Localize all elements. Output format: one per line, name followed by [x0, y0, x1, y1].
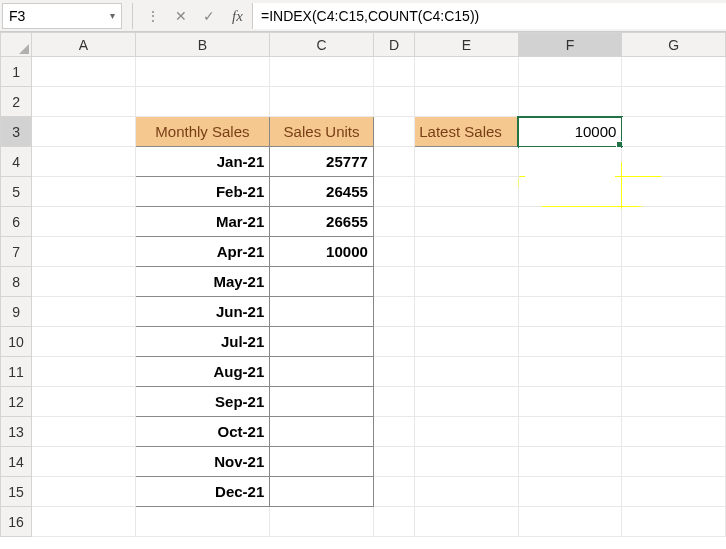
cell-E7[interactable] — [415, 237, 519, 267]
cell-B10[interactable]: Jul-21 — [135, 327, 270, 357]
cell-B13[interactable]: Oct-21 — [135, 417, 270, 447]
cell-A11[interactable] — [32, 357, 136, 387]
cell-D10[interactable] — [373, 327, 414, 357]
cell-A9[interactable] — [32, 297, 136, 327]
cell-F8[interactable] — [518, 267, 622, 297]
cell-E13[interactable] — [415, 417, 519, 447]
col-header-F[interactable]: F — [518, 33, 622, 57]
cell-A1[interactable] — [32, 57, 136, 87]
cell-A8[interactable] — [32, 267, 136, 297]
cell-A12[interactable] — [32, 387, 136, 417]
cell-C11[interactable] — [270, 357, 374, 387]
cell-G13[interactable] — [622, 417, 726, 447]
row-header-14[interactable]: 14 — [1, 447, 32, 477]
cell-C3[interactable]: Sales Units — [270, 117, 374, 147]
cell-A2[interactable] — [32, 87, 136, 117]
col-header-D[interactable]: D — [373, 33, 414, 57]
row-header-8[interactable]: 8 — [1, 267, 32, 297]
cell-A16[interactable] — [32, 507, 136, 537]
select-all-corner[interactable] — [1, 33, 32, 57]
formula-input[interactable] — [253, 3, 726, 29]
cell-B2[interactable] — [135, 87, 270, 117]
cell-E15[interactable] — [415, 477, 519, 507]
col-header-B[interactable]: B — [135, 33, 270, 57]
cell-E3[interactable]: Latest Sales — [415, 117, 519, 147]
expand-icon[interactable]: ⋮ — [141, 4, 165, 28]
cell-B12[interactable]: Sep-21 — [135, 387, 270, 417]
cell-E9[interactable] — [415, 297, 519, 327]
cell-C12[interactable] — [270, 387, 374, 417]
cell-E14[interactable] — [415, 447, 519, 477]
col-header-A[interactable]: A — [32, 33, 136, 57]
cell-F5[interactable] — [518, 177, 622, 207]
row-header-12[interactable]: 12 — [1, 387, 32, 417]
cell-A7[interactable] — [32, 237, 136, 267]
cell-D6[interactable] — [373, 207, 414, 237]
cell-G1[interactable] — [622, 57, 726, 87]
cell-B7[interactable]: Apr-21 — [135, 237, 270, 267]
cell-F15[interactable] — [518, 477, 622, 507]
cell-E12[interactable] — [415, 387, 519, 417]
cell-G6[interactable] — [622, 207, 726, 237]
spreadsheet-grid[interactable]: A B C D E F G 1 2 3 Monthly Sales Sales … — [0, 32, 726, 537]
cell-F14[interactable] — [518, 447, 622, 477]
cell-F12[interactable] — [518, 387, 622, 417]
cell-G7[interactable] — [622, 237, 726, 267]
cell-D8[interactable] — [373, 267, 414, 297]
cell-C15[interactable] — [270, 477, 374, 507]
cell-B14[interactable]: Nov-21 — [135, 447, 270, 477]
cell-A14[interactable] — [32, 447, 136, 477]
cell-E5[interactable] — [415, 177, 519, 207]
cell-D15[interactable] — [373, 477, 414, 507]
row-header-7[interactable]: 7 — [1, 237, 32, 267]
cell-D13[interactable] — [373, 417, 414, 447]
row-header-10[interactable]: 10 — [1, 327, 32, 357]
cell-D11[interactable] — [373, 357, 414, 387]
cell-G10[interactable] — [622, 327, 726, 357]
cell-E11[interactable] — [415, 357, 519, 387]
row-header-5[interactable]: 5 — [1, 177, 32, 207]
cell-A5[interactable] — [32, 177, 136, 207]
cell-E8[interactable] — [415, 267, 519, 297]
fx-icon[interactable]: fx — [223, 3, 253, 29]
row-header-13[interactable]: 13 — [1, 417, 32, 447]
cell-A3[interactable] — [32, 117, 136, 147]
cell-B5[interactable]: Feb-21 — [135, 177, 270, 207]
cell-C16[interactable] — [270, 507, 374, 537]
cell-E6[interactable] — [415, 207, 519, 237]
cell-F1[interactable] — [518, 57, 622, 87]
cell-G2[interactable] — [622, 87, 726, 117]
cell-G8[interactable] — [622, 267, 726, 297]
cell-B3[interactable]: Monthly Sales — [135, 117, 270, 147]
col-header-G[interactable]: G — [622, 33, 726, 57]
confirm-icon[interactable]: ✓ — [197, 4, 221, 28]
cell-C6[interactable]: 26655 — [270, 207, 374, 237]
cell-C5[interactable]: 26455 — [270, 177, 374, 207]
cell-A13[interactable] — [32, 417, 136, 447]
cell-G12[interactable] — [622, 387, 726, 417]
cell-D12[interactable] — [373, 387, 414, 417]
row-header-3[interactable]: 3 — [1, 117, 32, 147]
cell-G5[interactable] — [622, 177, 726, 207]
row-header-9[interactable]: 9 — [1, 297, 32, 327]
cell-F11[interactable] — [518, 357, 622, 387]
cell-E10[interactable] — [415, 327, 519, 357]
cell-B15[interactable]: Dec-21 — [135, 477, 270, 507]
cell-D14[interactable] — [373, 447, 414, 477]
cell-D5[interactable] — [373, 177, 414, 207]
cancel-icon[interactable]: ✕ — [169, 4, 193, 28]
row-header-2[interactable]: 2 — [1, 87, 32, 117]
col-header-E[interactable]: E — [415, 33, 519, 57]
cell-F4[interactable] — [518, 147, 622, 177]
cell-F10[interactable] — [518, 327, 622, 357]
cell-A6[interactable] — [32, 207, 136, 237]
cell-C7[interactable]: 10000 — [270, 237, 374, 267]
cell-B16[interactable] — [135, 507, 270, 537]
cell-G14[interactable] — [622, 447, 726, 477]
cell-C9[interactable] — [270, 297, 374, 327]
cell-G11[interactable] — [622, 357, 726, 387]
cell-E1[interactable] — [415, 57, 519, 87]
cell-D16[interactable] — [373, 507, 414, 537]
cell-F9[interactable] — [518, 297, 622, 327]
cell-C10[interactable] — [270, 327, 374, 357]
